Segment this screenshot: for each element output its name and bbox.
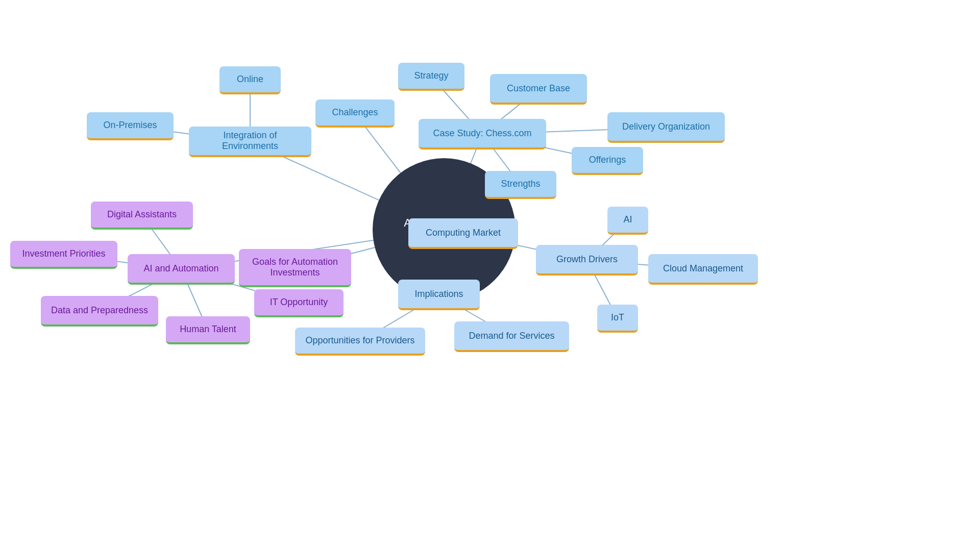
node-iot[interactable]: IoT	[597, 305, 638, 333]
node-goals[interactable]: Goals for Automation Investments	[239, 249, 351, 287]
mind-map: Automated Task ManagementOnlineOn-Premis…	[0, 0, 980, 551]
node-ai-automation[interactable]: AI and Automation	[128, 254, 235, 285]
node-on-premises[interactable]: On-Premises	[87, 112, 174, 140]
node-ai[interactable]: AI	[607, 207, 648, 235]
node-delivery-org[interactable]: Delivery Organization	[607, 112, 725, 143]
node-opportunities[interactable]: Opportunities for Providers	[295, 328, 425, 356]
node-online[interactable]: Online	[219, 66, 281, 94]
node-strengths[interactable]: Strengths	[485, 171, 556, 199]
node-customer-base[interactable]: Customer Base	[490, 74, 587, 105]
node-challenges[interactable]: Challenges	[315, 99, 395, 128]
node-case-study[interactable]: Case Study: Chess.com	[419, 119, 546, 149]
node-strategy[interactable]: Strategy	[398, 63, 464, 91]
node-human-talent[interactable]: Human Talent	[166, 316, 250, 344]
node-demand[interactable]: Demand for Services	[454, 321, 569, 352]
node-computing-market[interactable]: Computing Market	[408, 218, 518, 249]
node-implications[interactable]: Implications	[398, 280, 480, 310]
node-offerings[interactable]: Offerings	[572, 147, 643, 175]
node-growth-drivers[interactable]: Growth Drivers	[536, 245, 638, 276]
node-cloud-management[interactable]: Cloud Management	[648, 254, 758, 285]
node-digital-assistants[interactable]: Digital Assistants	[91, 202, 193, 230]
node-investment-priorities[interactable]: Investment Priorities	[10, 241, 117, 269]
node-it-opportunity[interactable]: IT Opportunity	[254, 289, 344, 317]
node-integration[interactable]: Integration of Environments	[189, 127, 311, 157]
node-data-preparedness[interactable]: Data and Preparedness	[41, 296, 158, 327]
